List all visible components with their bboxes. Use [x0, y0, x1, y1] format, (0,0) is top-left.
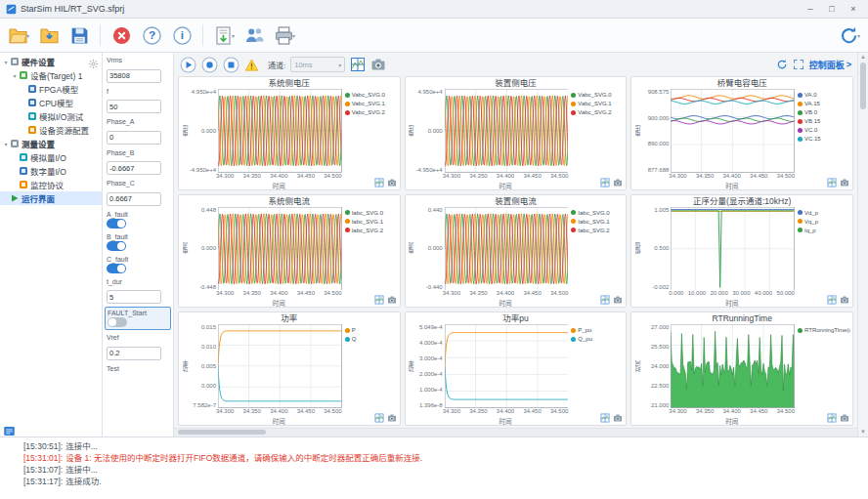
chart-settings-icon[interactable]	[600, 295, 610, 305]
tree-item-proto[interactable]: 监控协议	[0, 178, 102, 191]
param-toggle-a-fault[interactable]	[107, 219, 126, 229]
legend-item[interactable]: Vabc_SVG.2	[571, 108, 624, 116]
legend-item[interactable]: Vabc_SVG.1	[345, 100, 398, 107]
snapshot-button[interactable]	[370, 57, 386, 72]
fullscreen-icon[interactable]	[793, 59, 804, 70]
chart-plot-area[interactable]	[445, 89, 569, 173]
param-input-phase-b[interactable]	[107, 161, 161, 175]
chart-snapshot-icon[interactable]	[613, 413, 623, 423]
chart-settings-icon[interactable]	[827, 413, 837, 423]
param-input-phase-a[interactable]	[107, 131, 161, 145]
vertical-scrollbar-thumb[interactable]	[860, 62, 866, 109]
param-input-phase-c[interactable]	[107, 192, 161, 206]
legend-item[interactable]: VA.0	[798, 91, 850, 99]
legend-item[interactable]: Q	[345, 335, 398, 343]
chart-plot-area[interactable]	[445, 207, 569, 291]
legend-item[interactable]: Vd_p	[798, 209, 850, 217]
legend-item[interactable]: Iabc_SVG.2	[345, 227, 398, 234]
disconnect-icon[interactable]	[108, 22, 134, 48]
tree-item-cpu[interactable]: CPU模型	[0, 96, 102, 109]
param-toggle-b-fault[interactable]	[107, 241, 126, 251]
sync-icon[interactable]: ▾	[837, 22, 862, 48]
save-icon[interactable]	[66, 22, 92, 48]
chart-plot-area[interactable]	[671, 89, 795, 173]
chart-plot-area[interactable]	[218, 89, 342, 173]
report-icon[interactable]: ▾	[211, 22, 237, 48]
channel-select[interactable]: 10ms ▾	[290, 57, 345, 72]
tree-settings-gear-icon[interactable]	[88, 56, 99, 66]
chart-settings-icon[interactable]	[374, 413, 384, 423]
plot-settings-button[interactable]	[350, 57, 366, 72]
chart-plot-area[interactable]	[671, 207, 795, 291]
stop-button[interactable]	[223, 57, 239, 73]
scroll-down-arrow[interactable]: ▼	[860, 428, 866, 437]
chart-settings-icon[interactable]	[827, 295, 837, 305]
chart-settings-icon[interactable]	[600, 413, 610, 423]
legend-item[interactable]: VB.0	[798, 108, 850, 116]
param-input-vref[interactable]	[107, 347, 161, 360]
chart-settings-icon[interactable]	[374, 295, 384, 305]
chart-plot-area[interactable]	[671, 324, 795, 408]
param-input-vrms[interactable]	[107, 69, 161, 83]
tree-item-iotest[interactable]: 模拟I/O测试	[0, 109, 102, 123]
open-project-icon[interactable]: ▾	[6, 22, 31, 48]
legend-item[interactable]: Iq_p	[798, 227, 850, 234]
tree-expander[interactable]: ▾	[2, 141, 10, 147]
param-input-t-dur[interactable]	[107, 290, 161, 304]
legend-item[interactable]: P_pu	[571, 326, 624, 334]
chart-settings-icon[interactable]	[827, 178, 837, 187]
chart-plot-area[interactable]	[445, 324, 569, 408]
legend-item[interactable]: Iabc_SVG.1	[345, 218, 398, 226]
legend-item[interactable]: VC.15	[798, 135, 850, 143]
chart-snapshot-icon[interactable]	[613, 295, 623, 305]
param-toggle-fault-start[interactable]	[108, 317, 127, 327]
about-icon[interactable]: i	[169, 22, 195, 48]
print-icon[interactable]: ▾	[272, 22, 297, 48]
users-icon[interactable]	[241, 22, 267, 48]
tree-item-run[interactable]: 运行界面	[0, 191, 102, 205]
legend-item[interactable]: VC.0	[798, 126, 850, 134]
tree-item-res[interactable]: 设备资源配置	[0, 123, 102, 137]
chart-snapshot-icon[interactable]	[840, 413, 849, 423]
legend-item[interactable]: Iabc_SVG.1	[571, 218, 624, 226]
horizontal-scrollbar-thumb[interactable]	[178, 430, 266, 435]
close-button[interactable]: ×	[843, 1, 864, 18]
chart-plot-area[interactable]	[218, 207, 342, 291]
legend-item[interactable]: Q_pu	[571, 335, 624, 343]
legend-item[interactable]: Iabc_SVG.0	[345, 209, 398, 217]
chart-settings-icon[interactable]	[374, 178, 384, 187]
scroll-up-arrow[interactable]: ▲	[860, 53, 866, 62]
legend-item[interactable]: Vabc_SVG.0	[571, 91, 624, 99]
legend-item[interactable]: VA.15	[798, 100, 850, 107]
param-toggle-c-fault[interactable]	[107, 264, 126, 273]
help-icon[interactable]: ?	[139, 22, 164, 48]
horizontal-scrollbar[interactable]	[174, 428, 857, 437]
chart-snapshot-icon[interactable]	[387, 413, 397, 423]
record-button[interactable]	[201, 57, 218, 73]
chart-plot-area[interactable]	[218, 324, 342, 408]
tree-item-hw[interactable]: ▾硬件设置	[0, 55, 102, 68]
run-button[interactable]	[180, 57, 196, 73]
tree-expander[interactable]: ▾	[11, 72, 19, 79]
legend-item[interactable]: P	[345, 326, 398, 334]
legend-item[interactable]: Iabc_SVG.0	[571, 209, 624, 217]
tree-item-meas[interactable]: ▾测量设置	[0, 137, 102, 150]
tree-item-aio[interactable]: 模拟量I/O	[0, 150, 102, 164]
vertical-scrollbar[interactable]: ▲ ▼	[857, 53, 868, 437]
tree-expander[interactable]: ▾	[2, 59, 10, 65]
chart-snapshot-icon[interactable]	[840, 178, 849, 187]
maximize-button[interactable]: □	[821, 1, 843, 18]
tree-item-fpga[interactable]: FPGA模型	[0, 82, 102, 96]
param-input-f[interactable]	[107, 100, 161, 113]
tree-item-dio[interactable]: 数字量I/O	[0, 164, 102, 178]
minimize-button[interactable]: –	[800, 1, 821, 18]
chart-snapshot-icon[interactable]	[840, 295, 849, 305]
legend-item[interactable]: Iabc_SVG.2	[571, 227, 624, 234]
chart-snapshot-icon[interactable]	[387, 178, 397, 187]
legend-item[interactable]: RTRunningTime(us)	[798, 326, 850, 334]
import-project-icon[interactable]	[36, 22, 62, 48]
chart-snapshot-icon[interactable]	[387, 295, 397, 305]
chart-snapshot-icon[interactable]	[613, 178, 623, 187]
legend-item[interactable]: Vq_p	[798, 218, 850, 226]
chart-settings-icon[interactable]	[600, 178, 610, 187]
